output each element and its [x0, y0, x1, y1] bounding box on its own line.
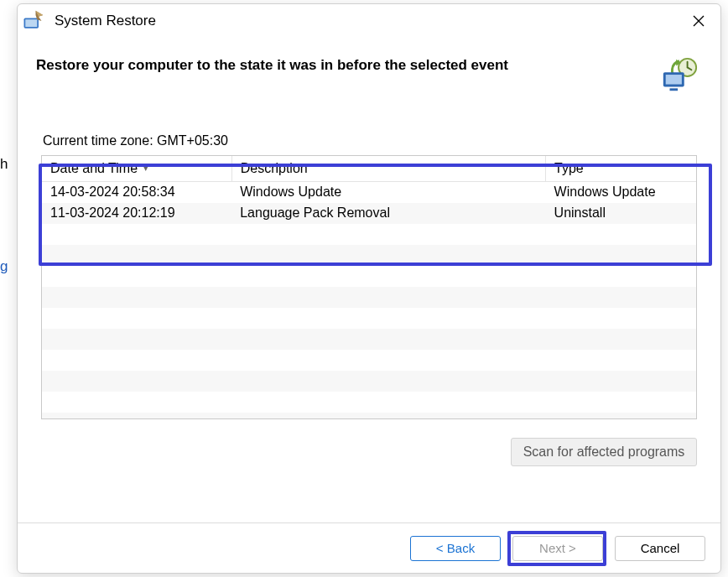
background-char: g: [0, 258, 8, 275]
cell-date: 11-03-2024 20:12:19: [42, 203, 231, 224]
table-row-empty: .: [42, 350, 696, 371]
svg-rect-6: [670, 88, 679, 91]
col-header-date-label: Date and Time: [50, 161, 138, 175]
sort-descending-icon: ▾: [143, 163, 148, 174]
table-header-row[interactable]: Date and Time ▾ Description Type: [42, 156, 696, 182]
wizard-header: Restore your computer to the state it wa…: [18, 38, 720, 103]
cell-date: 14-03-2024 20:58:34: [42, 182, 231, 203]
close-button[interactable]: [680, 8, 717, 34]
system-restore-dialog: System Restore Restore your computer to …: [17, 3, 721, 574]
table-row-empty: .: [42, 224, 696, 245]
restore-points-table[interactable]: Date and Time ▾ Description Type 14-03-2…: [41, 155, 697, 419]
col-header-date[interactable]: Date and Time ▾: [42, 156, 231, 182]
table-row-empty: .: [42, 329, 696, 350]
scan-affected-programs-button[interactable]: Scan for affected programs: [511, 438, 697, 466]
cancel-button[interactable]: Cancel: [615, 536, 705, 561]
svg-rect-1: [25, 19, 37, 27]
cell-desc: Language Pack Removal: [231, 203, 545, 224]
table-row[interactable]: 11-03-2024 20:12:19 Language Pack Remova…: [42, 203, 696, 224]
table-row-empty: .: [42, 392, 696, 413]
title-bar: System Restore: [18, 4, 720, 38]
timezone-label: Current time zone: GMT+05:30: [43, 133, 697, 148]
cell-desc: Windows Update: [231, 182, 545, 203]
back-button[interactable]: < Back: [410, 536, 501, 561]
window-title: System Restore: [55, 13, 156, 29]
wizard-footer: < Back Next > Cancel: [18, 522, 720, 573]
system-restore-icon: [21, 9, 44, 33]
cell-type: Windows Update: [546, 182, 696, 203]
restore-wizard-icon: [660, 56, 699, 95]
table-row-empty: .: [42, 371, 696, 392]
cell-type: Uninstall: [546, 203, 696, 224]
table-row[interactable]: 14-03-2024 20:58:34 Windows Update Windo…: [42, 182, 696, 203]
svg-rect-5: [666, 75, 682, 85]
table-row-empty: .: [42, 308, 696, 329]
col-header-description[interactable]: Description: [231, 156, 545, 182]
col-header-type[interactable]: Type: [546, 156, 696, 182]
table-row-empty: .: [42, 413, 696, 420]
background-char: h: [0, 156, 8, 173]
content-area: Current time zone: GMT+05:30 Date and Ti…: [18, 103, 720, 522]
table-row-empty: .: [42, 245, 696, 266]
table-row-empty: .: [42, 287, 696, 308]
page-heading: Restore your computer to the state it wa…: [36, 56, 652, 75]
next-button[interactable]: Next >: [512, 536, 603, 561]
table-row-empty: .: [42, 266, 696, 287]
